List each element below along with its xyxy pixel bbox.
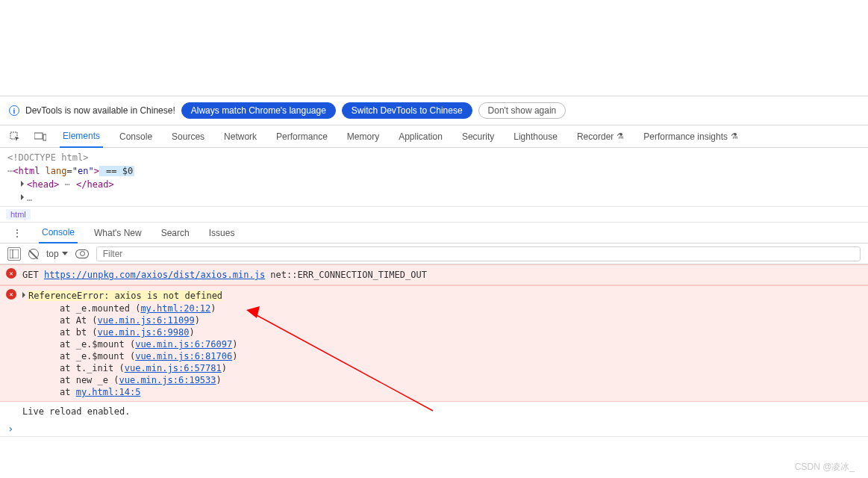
always-match-button[interactable]: Always match Chrome's language — [181, 102, 336, 119]
console-sidebar-toggle-icon[interactable] — [7, 247, 21, 261]
failed-request-url[interactable]: https://unpkg.com/axios/dist/axios.min.j… — [44, 270, 265, 280]
reference-error-message: ReferenceError: axios is not defined — [28, 291, 222, 301]
tab-security[interactable]: Security — [459, 125, 497, 148]
drawer-tab-search[interactable]: Search — [158, 223, 193, 243]
stack-frame: at t._init (vue.min.js:6:57781) — [60, 362, 861, 374]
expand-triangle-icon[interactable] — [21, 181, 24, 187]
console-log-row: Live reload enabled. — [0, 402, 868, 421]
source-link[interactable]: vue.min.js:6:9980 — [98, 327, 190, 338]
stack-frame: at my.html:14:5 — [60, 386, 861, 398]
source-link[interactable]: vue.min.js:6:57781 — [125, 363, 222, 373]
expand-triangle-icon[interactable] — [21, 194, 24, 200]
inspect-element-icon[interactable] — [9, 131, 21, 143]
elements-breadcrumb[interactable]: html — [0, 206, 868, 223]
tab-performance-insights[interactable]: Performance insights — [640, 125, 741, 148]
console-error-row[interactable]: ✕ ReferenceError: axios is not defined a… — [0, 285, 868, 402]
tab-sources[interactable]: Sources — [169, 125, 207, 148]
console-prompt[interactable]: › — [0, 421, 868, 436]
console-error-row[interactable]: ✕ GET https://unpkg.com/axios/dist/axios… — [0, 264, 868, 285]
device-toolbar-icon[interactable] — [34, 131, 46, 143]
switch-language-button[interactable]: Switch DevTools to Chinese — [342, 102, 472, 119]
clear-console-icon[interactable] — [28, 249, 39, 259]
head-element-line[interactable]: <head> ⋯ </head> — [7, 178, 861, 191]
tab-console[interactable]: Console — [116, 125, 155, 148]
drawer-tabs: ⋮ Console What's New Search Issues — [0, 223, 868, 243]
tab-recorder[interactable]: Recorder — [574, 125, 627, 148]
doctype-line: <!DOCTYPE html> — [7, 151, 861, 164]
expand-triangle-icon[interactable] — [22, 292, 25, 298]
tab-elements[interactable]: Elements — [60, 125, 103, 148]
stack-frame: at new _e (vue.min.js:6:19533) — [60, 374, 861, 386]
body-element-line[interactable]: … — [7, 191, 861, 205]
tab-application[interactable]: Application — [396, 125, 446, 148]
svg-rect-2 — [43, 134, 46, 140]
language-notice-bar: i DevTools is now available in Chinese! … — [0, 96, 868, 125]
source-link[interactable]: vue.min.js:6:81706 — [135, 351, 232, 361]
svg-rect-3 — [10, 249, 19, 258]
devtools-main-tabs: Elements Console Sources Network Perform… — [0, 125, 868, 148]
context-selector[interactable]: top — [46, 249, 68, 259]
console-filter-input[interactable] — [96, 246, 861, 261]
error-badge-icon: ✕ — [6, 289, 16, 299]
console-output: ✕ GET https://unpkg.com/axios/dist/axios… — [0, 264, 868, 437]
tab-memory[interactable]: Memory — [344, 125, 382, 148]
dont-show-again-button[interactable]: Don't show again — [478, 102, 566, 119]
stack-frame: at _e.$mount (vue.min.js:6:76097) — [60, 338, 861, 350]
error-badge-icon: ✕ — [6, 268, 16, 279]
stack-frame: at _e.$mount (vue.min.js:6:81706) — [60, 350, 861, 362]
source-link[interactable]: vue.min.js:6:11099 — [98, 315, 195, 326]
source-link[interactable]: my.html:14:5 — [76, 387, 141, 397]
tab-network[interactable]: Network — [221, 125, 260, 148]
error-tail: net::ERR_CONNECTION_TIMED_OUT — [265, 270, 427, 280]
drawer-tab-console[interactable]: Console — [39, 223, 78, 243]
stack-trace: at _e.mounted (my.html:20:12) at At (vue… — [22, 302, 861, 398]
stack-frame: at bt (vue.min.js:6:9980) — [60, 326, 861, 338]
elements-tree[interactable]: <!DOCTYPE html> ⋯<html lang="en"> == $0 … — [0, 148, 868, 206]
source-link[interactable]: vue.min.js:6:19533 — [119, 375, 216, 385]
stack-frame: at At (vue.min.js:6:11099) — [60, 314, 861, 326]
live-expression-icon[interactable] — [75, 249, 89, 258]
drawer-tab-whats-new[interactable]: What's New — [91, 223, 145, 243]
console-toolbar: top — [0, 243, 868, 264]
drawer-menu-icon[interactable]: ⋮ — [9, 227, 25, 239]
notice-text: DevTools is now available in Chinese! — [25, 105, 175, 116]
html-element-line[interactable]: ⋯<html lang="en"> == $0 — [7, 164, 861, 178]
drawer-tab-issues[interactable]: Issues — [206, 223, 238, 243]
tab-performance[interactable]: Performance — [273, 125, 331, 148]
source-link[interactable]: vue.min.js:6:76097 — [135, 339, 232, 350]
svg-rect-1 — [34, 133, 43, 139]
get-label: GET — [22, 270, 44, 280]
stack-frame: at _e.mounted (my.html:20:12) — [60, 302, 861, 314]
info-icon: i — [9, 105, 19, 116]
breadcrumb-html[interactable]: html — [6, 209, 31, 220]
source-link[interactable]: my.html:20:12 — [140, 303, 210, 314]
tab-lighthouse[interactable]: Lighthouse — [511, 125, 561, 148]
